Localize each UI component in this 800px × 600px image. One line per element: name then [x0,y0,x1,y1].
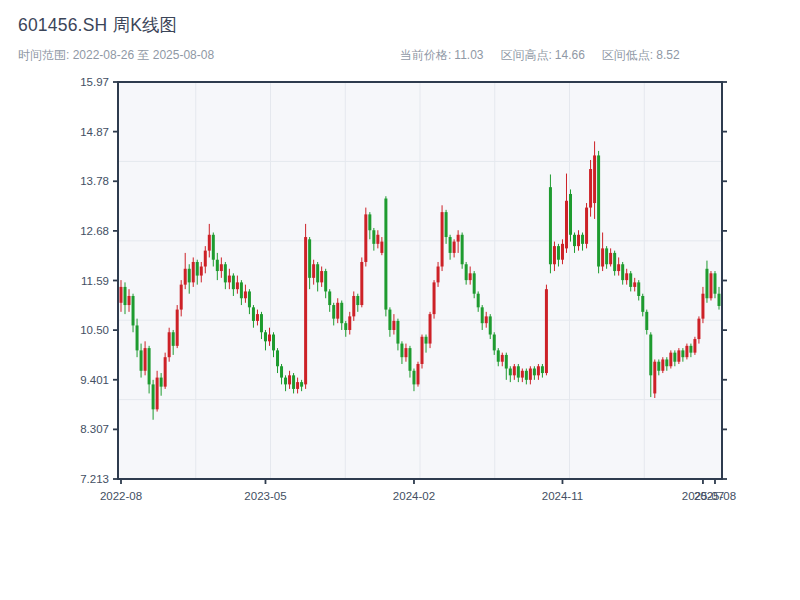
candle-body [292,375,295,389]
candle-body [461,235,464,264]
candle-body [605,248,608,264]
candle-body [545,289,548,373]
candle [597,151,600,273]
candle-body [240,282,243,298]
candle-body [593,155,596,203]
candle-body [573,235,576,246]
y-tick-label: 13.78 [80,175,109,187]
candle-body [661,359,664,370]
candle [585,203,588,248]
candle [176,305,179,348]
candle-body [132,296,135,325]
kline-chart: 15.9714.8713.7812.6811.5910.509.4018.307… [0,0,800,600]
candle [653,359,656,398]
candle-body [421,337,424,364]
candle-body [429,314,432,343]
candle-body [469,273,472,280]
candle-body [160,378,163,387]
candle-body [276,350,279,366]
candle-body [296,382,299,389]
candle-body [549,187,552,264]
candle-body [633,282,636,287]
candle-body [272,335,275,351]
candle-body [412,371,415,385]
candle-body [280,366,283,377]
candle-body [172,332,175,346]
candle-body [264,332,267,341]
candle-body [641,296,644,312]
y-tick-label: 9.401 [80,374,109,386]
candle-body [649,335,652,376]
candle-body [525,371,528,380]
candle [364,208,367,267]
candle-body [284,378,287,385]
candle-body [585,208,588,244]
candle-body [408,348,411,371]
candle-body [320,271,323,282]
candle-body [493,335,496,351]
candle-body [617,264,620,271]
candle-body [168,332,171,357]
candle-body [396,321,399,344]
candle-body [228,276,231,283]
candle-body [557,246,560,260]
candle-body [236,282,239,289]
candle-body [356,296,359,305]
candle-body [701,294,704,319]
candle-body [505,355,508,369]
candle-body [689,346,692,353]
candle-body [581,235,584,244]
candle-body [128,296,131,305]
candle-body [521,371,524,378]
candle-body [332,305,335,319]
candle-body [328,291,331,305]
candle-body [260,314,263,332]
candle-body [693,339,696,353]
candle-body [316,264,319,282]
candle-body [388,310,391,330]
y-tick-label: 12.68 [80,225,109,237]
candle-body [188,269,191,283]
candle-body [613,253,616,271]
candle-body [120,287,123,303]
candle-body [685,346,688,357]
x-tick-label: 2023-05 [244,490,286,502]
candle-body [657,362,660,371]
candle [661,357,664,373]
candle-body [621,264,624,280]
candle-body [697,319,700,339]
candle [168,328,171,362]
candle-body [489,316,492,334]
candle-body [268,335,271,342]
candle-body [308,239,311,278]
candle-body [718,294,721,306]
y-tick-label: 11.59 [81,275,109,287]
candle-body [216,260,219,271]
candle-body [200,267,203,276]
y-tick-label: 15.97 [80,76,109,88]
candle-body [212,235,215,260]
candle-body [392,321,395,330]
candle-body [509,369,512,376]
candle [461,233,464,269]
x-tick-label: 2022-08 [100,490,142,502]
candle-body [637,282,640,296]
candle-body [364,214,367,262]
candle-body [513,366,516,375]
y-tick-label: 14.87 [80,126,109,138]
candle [304,224,307,389]
candle-body [376,235,379,244]
candle-body [416,364,419,384]
candle-body [204,251,207,267]
candle-body [425,337,428,344]
candle-body [404,348,407,357]
candle-body [713,273,716,293]
candle-body [541,366,544,373]
candle [545,285,548,376]
candle-body [164,357,167,386]
candle-body [629,273,632,287]
candle-body [597,155,600,266]
candle [685,344,688,360]
candle-body [140,350,143,370]
candle-body [220,264,223,271]
